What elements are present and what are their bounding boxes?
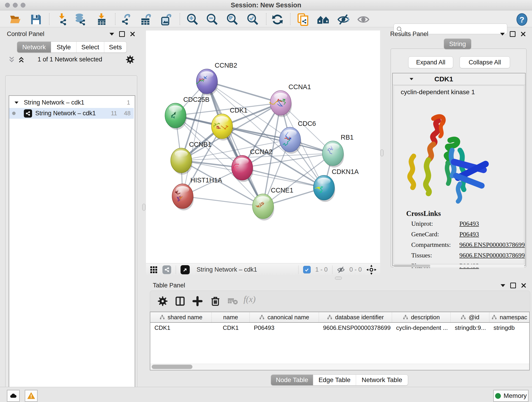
results-hscrollbar[interactable] xyxy=(394,264,524,268)
network-node-CCNA1[interactable] xyxy=(270,90,291,115)
open-session-icon[interactable] xyxy=(9,13,22,26)
tab-network[interactable]: Network xyxy=(17,42,51,52)
tab-node-table[interactable]: Node Table xyxy=(271,375,313,385)
delete-column-trash-icon[interactable] xyxy=(210,295,221,306)
show-columns-icon[interactable] xyxy=(175,296,185,306)
node-card-header[interactable]: CDK1 xyxy=(393,73,525,85)
export-network-icon[interactable] xyxy=(120,13,133,26)
column-header-name[interactable]: name xyxy=(212,312,250,322)
network-node-CCNE1[interactable] xyxy=(253,194,273,219)
hide-selected-eye-icon[interactable] xyxy=(337,13,350,26)
network-edge[interactable] xyxy=(207,81,263,206)
hidden-eye-icon[interactable] xyxy=(337,266,345,274)
column-header-shared-name[interactable]: shared name xyxy=(150,312,212,322)
network-node-HIST1H1A[interactable] xyxy=(172,184,193,209)
tab-network-table[interactable]: Network Table xyxy=(356,375,408,385)
collapse-all-chevron-icon[interactable] xyxy=(8,56,15,63)
column-header-id[interactable]: @id xyxy=(451,312,489,322)
cell-namespace[interactable]: stringdb xyxy=(489,323,529,333)
network-tree-root-row[interactable]: String Network – cdk1 1 xyxy=(9,97,134,108)
tree-expander-icon[interactable] xyxy=(15,101,19,104)
network-view-share-icon[interactable] xyxy=(162,265,171,274)
table-hscrollbar[interactable] xyxy=(150,364,529,370)
column-header-database-identifier[interactable]: database identifier xyxy=(319,312,392,322)
network-node-CDC25B[interactable] xyxy=(165,103,186,128)
network-tree-child-row[interactable]: String Network – cdk1 11 48 xyxy=(9,108,134,119)
close-panel-icon[interactable] xyxy=(520,32,526,37)
save-session-icon[interactable] xyxy=(30,13,42,26)
tab-style[interactable]: Style xyxy=(51,42,76,52)
refresh-icon[interactable] xyxy=(271,13,284,26)
cloud-button[interactable] xyxy=(7,390,20,402)
undock-panel-icon[interactable] xyxy=(510,283,516,288)
network-node-CDC6[interactable] xyxy=(279,127,301,152)
add-column-icon[interactable] xyxy=(192,296,203,306)
network-options-gear-icon[interactable] xyxy=(126,55,135,64)
tab-sets[interactable]: Sets xyxy=(104,42,127,52)
detach-view-icon[interactable] xyxy=(181,265,190,274)
float-panel-icon[interactable] xyxy=(109,33,114,36)
warnings-button[interactable] xyxy=(25,390,38,402)
cell-name[interactable]: CDK1 xyxy=(212,323,250,333)
tab-string[interactable]: String xyxy=(444,39,471,49)
import-network-icon[interactable] xyxy=(56,13,69,26)
minimize-window-button[interactable] xyxy=(13,3,18,7)
crosslink-uniprot-link[interactable]: P06493 xyxy=(459,220,479,227)
cell-canonical-name[interactable]: P06493 xyxy=(250,323,319,333)
column-header-namespace[interactable]: namespac xyxy=(489,312,529,322)
birdseye-crosshair-icon[interactable] xyxy=(366,265,376,275)
expand-all-button[interactable]: Expand All xyxy=(408,56,453,68)
network-graph[interactable]: CCNB2CCNA1CDC25BCDK1CDC6RB1CCNB1CCNA2CDK… xyxy=(146,31,380,263)
network-node-CCNA2[interactable] xyxy=(232,155,253,180)
apply-function-button[interactable]: f(x) xyxy=(244,294,256,304)
left-splitter-handle[interactable] xyxy=(142,204,146,211)
undock-panel-icon[interactable] xyxy=(119,31,125,37)
tab-select[interactable]: Select xyxy=(76,42,104,52)
close-panel-icon[interactable] xyxy=(521,283,526,288)
table-gear-icon[interactable] xyxy=(157,296,168,306)
column-header-canonical-name[interactable]: canonical name xyxy=(250,312,319,322)
zoom-in-icon[interactable] xyxy=(186,13,199,26)
delete-table-icon[interactable] xyxy=(228,297,238,306)
help-icon[interactable]: ? xyxy=(515,13,528,26)
crosslink-compartments-link[interactable]: 9606.ENSP00000378699 xyxy=(459,241,525,249)
memory-button[interactable]: Memory xyxy=(493,390,529,402)
column-header-description[interactable]: description xyxy=(392,312,451,322)
network-node-CDK1[interactable] xyxy=(211,114,233,139)
cell-id[interactable]: stringdb:9... xyxy=(451,323,489,333)
clone-network-icon[interactable] xyxy=(297,13,309,26)
zoom-out-icon[interactable] xyxy=(206,13,219,26)
undock-panel-icon[interactable] xyxy=(510,31,515,37)
expand-all-chevron-icon[interactable] xyxy=(18,56,25,63)
horizontal-splitter-handle[interactable] xyxy=(335,277,342,280)
network-node-CDKN1A[interactable] xyxy=(313,175,335,200)
selected-checkbox[interactable] xyxy=(303,266,311,274)
crosslink-genecard-link[interactable]: P06493 xyxy=(459,230,479,238)
zoom-window-button[interactable] xyxy=(21,3,25,7)
scrollbar-thumb[interactable] xyxy=(152,365,192,369)
collapse-section-icon[interactable] xyxy=(410,78,413,80)
network-canvas[interactable]: CCNB2CCNA1CDC25BCDK1CDC6RB1CCNB1CCNA2CDK… xyxy=(146,31,380,263)
float-panel-icon[interactable] xyxy=(500,33,505,36)
cell-database-identifier[interactable]: 9606.ENSP00000378699 xyxy=(319,323,392,333)
zoom-fit-icon[interactable] xyxy=(226,13,239,26)
grid-mode-icon[interactable] xyxy=(150,266,158,274)
cell-description[interactable]: cyclin-dependent ... xyxy=(392,323,451,333)
network-node-RB1[interactable] xyxy=(322,141,343,166)
close-window-button[interactable] xyxy=(5,3,10,7)
network-node-CCNB2[interactable] xyxy=(196,69,217,94)
import-database-icon[interactable] xyxy=(74,13,87,26)
show-all-eye-icon[interactable] xyxy=(357,13,370,26)
cell-shared-name[interactable]: CDK1 xyxy=(150,323,212,333)
table-row[interactable]: CDK1 CDK1 P06493 9606.ENSP00000378699 cy… xyxy=(150,323,529,333)
collapse-all-button[interactable]: Collapse All xyxy=(460,56,510,68)
network-node-CCNB1[interactable] xyxy=(171,148,192,173)
export-image-icon[interactable] xyxy=(160,13,173,26)
scrollbar-thumb[interactable] xyxy=(394,265,430,267)
houses-icon[interactable] xyxy=(317,13,330,26)
zoom-selected-icon[interactable] xyxy=(246,13,259,26)
network-edge[interactable] xyxy=(183,196,263,206)
export-table-icon[interactable] xyxy=(140,13,152,26)
float-panel-icon[interactable] xyxy=(500,284,505,287)
tab-edge-table[interactable]: Edge Table xyxy=(313,375,356,385)
